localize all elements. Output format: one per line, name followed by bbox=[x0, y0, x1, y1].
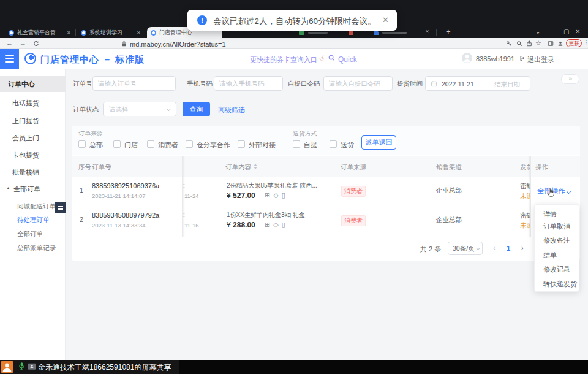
order-created-time: 2023-11-21 14:14:07 bbox=[92, 193, 146, 199]
sidebar-item-pending-orders[interactable]: 待处理订单 bbox=[17, 216, 50, 224]
sidebar-item-hq-dispatch-records[interactable]: 总部派单记录 bbox=[17, 244, 56, 253]
zoom-icon[interactable] bbox=[516, 40, 522, 47]
sidebar-item-city-delivery-orders[interactable]: 同城配送订单 bbox=[17, 202, 56, 211]
checkbox-delivery[interactable] bbox=[330, 140, 337, 148]
receipt-icon[interactable]: ⊞ bbox=[265, 221, 273, 228]
browser-tab-2[interactable]: 系统培训学习 ✕ bbox=[77, 27, 145, 38]
partial-tab-blue-icon[interactable] bbox=[374, 31, 379, 35]
url-bar[interactable]: md.maboy.cn/AllOrder?status=1 bbox=[130, 40, 226, 48]
sidebar-panel-icon[interactable] bbox=[548, 40, 554, 47]
toast-close-icon[interactable]: ✕ bbox=[382, 15, 389, 25]
quick-search-link[interactable]: Quick bbox=[338, 55, 357, 64]
sidebar-toggle-button[interactable] bbox=[0, 49, 19, 69]
logout-icon[interactable] bbox=[519, 55, 526, 61]
search-button[interactable]: 查询 bbox=[183, 102, 210, 116]
menu-item-details[interactable]: 详情 bbox=[535, 205, 579, 219]
sidebar bbox=[0, 69, 66, 360]
menu-item-transfer-express[interactable]: 转快递发货 bbox=[535, 277, 579, 292]
key-icon[interactable] bbox=[506, 40, 512, 47]
partial-tab-red-icon[interactable] bbox=[349, 31, 353, 35]
checkbox-external[interactable] bbox=[238, 140, 245, 148]
col-content: 订单内容 bbox=[225, 163, 251, 172]
checkbox-warehouse-share[interactable] bbox=[186, 140, 193, 148]
sidebar-item-phone-pickup[interactable]: 电话提货 bbox=[12, 99, 39, 108]
checkbox-store-label[interactable]: 门店 bbox=[124, 140, 138, 150]
menu-item-cancel-order[interactable]: 订单取消 bbox=[535, 219, 579, 234]
prev-page-button[interactable]: ‹ bbox=[493, 244, 496, 251]
window-minimize-icon[interactable]: — bbox=[551, 28, 557, 35]
checkbox-delivery-label[interactable]: 送货 bbox=[341, 140, 354, 150]
partial-tab-title-bar bbox=[382, 32, 407, 34]
next-page-button[interactable]: › bbox=[521, 244, 524, 251]
phone-icon[interactable]: ▯ bbox=[282, 221, 288, 228]
date-end-placeholder[interactable]: 结束日期 bbox=[494, 80, 520, 89]
forward-icon[interactable]: → bbox=[20, 39, 26, 47]
checkbox-hq[interactable] bbox=[78, 140, 86, 148]
sales-channel: 企业总部 bbox=[436, 216, 462, 224]
sidebar-item-card-pickup[interactable]: 卡包提货 bbox=[12, 151, 39, 160]
toast-message: 会议已超过2人，自动转为60分钟限时会议。 bbox=[213, 16, 376, 27]
promo-link[interactable]: 更快捷的券卡查询入口 bbox=[250, 55, 317, 64]
menu-item-edit-records[interactable]: 修改记录 bbox=[535, 262, 579, 277]
gift-icon[interactable]: ◇ bbox=[273, 191, 281, 199]
current-page[interactable]: 1 bbox=[507, 245, 510, 252]
sidebar-drawer-handle[interactable] bbox=[55, 202, 66, 213]
tab-label: 系统培训学习 bbox=[89, 29, 134, 37]
checkbox-store[interactable] bbox=[113, 140, 121, 148]
advanced-filter-link[interactable]: 高级筛选 bbox=[218, 105, 245, 115]
sort-order-no-icon[interactable] bbox=[108, 164, 111, 169]
tab-search-icon[interactable]: ⌄ bbox=[535, 28, 540, 35]
checkbox-self-pickup-label[interactable]: 自提 bbox=[304, 140, 317, 150]
checkbox-consumer[interactable] bbox=[147, 140, 154, 148]
page-size-select[interactable]: 30条/页 bbox=[448, 242, 483, 255]
checkbox-external-label[interactable]: 外部对接 bbox=[249, 140, 276, 150]
date-range-picker[interactable]: 2022-11-21 - 结束日期 bbox=[425, 76, 530, 91]
new-tab-button[interactable]: + bbox=[446, 27, 451, 36]
browser-tab-1[interactable]: 礼盒营销平台管理中心 ✕ bbox=[5, 27, 75, 38]
group-collapse-arrow-icon[interactable]: ▲ bbox=[6, 186, 10, 190]
checkbox-hq-label[interactable]: 总部 bbox=[89, 140, 103, 150]
sidebar-item-all-orders[interactable]: 全部订单 bbox=[17, 230, 43, 239]
sidebar-item-member-visit[interactable]: 会员上门 bbox=[12, 134, 39, 143]
gift-icon[interactable]: ◇ bbox=[273, 221, 281, 228]
menu-item-edit-remark[interactable]: 修改备注 bbox=[535, 234, 579, 248]
sidebar-group-all-orders[interactable]: 全部订单 bbox=[13, 185, 40, 194]
collapse-filters-button[interactable]: » bbox=[561, 74, 579, 84]
phone-input[interactable] bbox=[214, 76, 283, 91]
dispatch-return-button[interactable]: 派单退回 bbox=[361, 135, 396, 150]
browser-menu-icon[interactable]: ⋮ bbox=[583, 39, 588, 46]
profile-icon[interactable] bbox=[557, 40, 564, 47]
calendar-icon bbox=[431, 80, 437, 87]
order-no-input[interactable] bbox=[92, 76, 176, 91]
screen-share-text: 金禾通技术王斌18662591081的屏幕共享 bbox=[38, 362, 171, 373]
meeting-toast: ! 会议已超过2人，自动转为60分钟限时会议。 ✕ bbox=[187, 10, 397, 31]
ship-status-top: 密钥 bbox=[520, 182, 530, 191]
tab-close-icon[interactable]: ✕ bbox=[67, 30, 71, 36]
logout-button[interactable]: 退出登录 bbox=[527, 55, 554, 64]
window-maximize-icon[interactable]: ▢ bbox=[564, 28, 569, 35]
checkbox-consumer-label[interactable]: 消费者 bbox=[158, 140, 178, 150]
tab-close-icon[interactable]: ✕ bbox=[137, 30, 141, 36]
chrome-update-button[interactable]: 更新 bbox=[566, 39, 582, 47]
tab-close-icon[interactable]: ✕ bbox=[425, 29, 429, 34]
date-start-value[interactable]: 2022-11-21 bbox=[442, 80, 474, 88]
window-close-icon[interactable]: ✕ bbox=[575, 28, 580, 35]
pickup-code-input[interactable] bbox=[323, 76, 393, 91]
microphone-icon[interactable] bbox=[18, 362, 25, 372]
checkbox-self-pickup[interactable] bbox=[293, 140, 300, 148]
menu-item-close-order[interactable]: 结单 bbox=[535, 248, 579, 263]
user-avatar[interactable] bbox=[462, 53, 472, 63]
order-status-select[interactable]: 请选择 bbox=[103, 102, 176, 116]
sidebar-item-door-pickup[interactable]: 上门提货 bbox=[12, 116, 39, 126]
sort-content-icon[interactable] bbox=[254, 164, 257, 169]
share-icon[interactable] bbox=[526, 40, 532, 47]
quick-search-icon[interactable] bbox=[328, 55, 335, 61]
back-icon[interactable]: ← bbox=[6, 39, 13, 47]
checkbox-warehouse-share-label[interactable]: 仓分享合作 bbox=[197, 140, 230, 150]
sidebar-item-batch-verify[interactable]: 批量核销 bbox=[12, 168, 39, 177]
partial-tab-green-icon[interactable] bbox=[299, 31, 304, 35]
reload-icon[interactable] bbox=[33, 40, 39, 47]
bookmark-star-icon[interactable]: ☆ bbox=[535, 39, 541, 47]
receipt-icon[interactable]: ⊞ bbox=[265, 191, 273, 199]
phone-icon[interactable]: ▯ bbox=[282, 191, 288, 199]
